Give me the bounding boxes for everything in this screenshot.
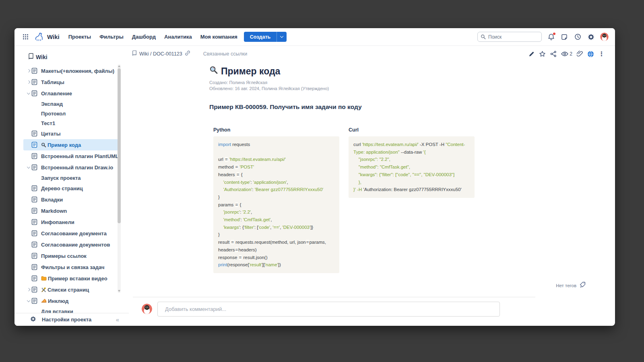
sidebar-item-8[interactable]: Пример кода	[23, 139, 118, 150]
code-token: '{	[423, 150, 425, 154]
sidebar-item-20[interactable]: Пример вставки видео	[23, 273, 118, 284]
star-icon[interactable]	[539, 51, 546, 57]
chevron-down-icon[interactable]	[26, 90, 31, 96]
document-icon	[31, 253, 37, 259]
sidebar-item-5[interactable]: Протокол	[23, 109, 118, 118]
chevron-right-icon[interactable]	[26, 68, 31, 74]
desktop-background: Wiki ПроектыФильтрыДашбордАналитикаМоя к…	[0, 0, 644, 362]
code-line: },	[353, 179, 470, 186]
sidebar-item-13[interactable]: Вкладки	[23, 194, 118, 205]
sidebar-item-15[interactable]: Инфопанели	[23, 216, 118, 228]
globe-icon[interactable]	[587, 51, 594, 58]
chevron-right-icon[interactable]	[26, 287, 31, 292]
chevron-down-icon[interactable]	[26, 298, 31, 304]
sidebar-item-23[interactable]: Для вставки	[23, 306, 118, 313]
apps-grid-icon[interactable]	[21, 33, 30, 41]
code-line: }	[218, 231, 334, 239]
sidebar-item-11[interactable]: Запуск проекта	[23, 173, 118, 183]
document-icon	[31, 142, 37, 148]
more-vertical-icon[interactable]: ⋮	[599, 50, 605, 58]
sidebar-item-17[interactable]: Согласование документов	[23, 239, 118, 250]
sidebar-item-label: Инклюд	[48, 298, 68, 304]
sidebar-scrollbar[interactable]	[118, 64, 121, 293]
search-input[interactable]	[477, 32, 542, 42]
add-tag-icon[interactable]	[580, 282, 586, 289]
sidebar-item-7[interactable]: Цитаты	[23, 128, 118, 139]
chevron-right-icon[interactable]	[26, 79, 31, 85]
code-token: params,	[309, 240, 326, 245]
attachment-paperclip-icon[interactable]	[577, 51, 583, 57]
project-settings-button[interactable]: Настройки проекта	[42, 317, 91, 323]
note-icon[interactable]	[560, 33, 568, 41]
chevron-down-icon[interactable]	[26, 165, 31, 170]
code-token: "Content-	[446, 142, 465, 147]
code-block-python: Pythonimport requests url = 'https://tes…	[213, 127, 339, 273]
sidebar-item-1[interactable]: Макеты(+вложения, файлы)	[23, 65, 118, 76]
sidebar-item-3[interactable]: Оглавление	[23, 88, 118, 99]
notifications-bell-icon[interactable]	[547, 33, 555, 41]
document-icon	[31, 275, 37, 282]
share-icon[interactable]	[550, 51, 557, 57]
document-icon	[31, 298, 37, 304]
code-language-label: Python	[213, 127, 339, 133]
breadcrumb-path[interactable]: Wiki / DOC-001123	[139, 51, 182, 57]
history-icon[interactable]	[574, 33, 582, 41]
code-token: 'kwargs'	[223, 225, 240, 230]
sidebar-item-18[interactable]: Примеры ссылок	[23, 250, 118, 261]
code-panel-curl[interactable]: curl 'https://test.evateam.ru/api/' -X P…	[349, 136, 475, 198]
sidebar-item-6[interactable]: Тест1	[23, 118, 118, 128]
code-line: 'content-type': 'application/json',	[218, 179, 334, 186]
code-token: {	[238, 202, 241, 207]
code-token: 'method'	[223, 217, 241, 222]
related-links-tab[interactable]: Связанные ссылки	[203, 51, 247, 57]
sidebar-item-label: Для вставки	[41, 309, 73, 313]
sidebar-item-label: Запуск проекта	[41, 175, 81, 181]
code-token: method	[218, 165, 235, 169]
sidebar-item-label: Таблицы	[41, 79, 64, 85]
settings-gear-icon[interactable]	[587, 33, 595, 41]
user-avatar[interactable]	[600, 33, 609, 41]
sidebar-item-19[interactable]: Фильтры и связка задач	[23, 261, 118, 273]
sidebar-item-2[interactable]: Таблицы	[23, 76, 118, 88]
sidebar-item-16[interactable]: Согласование документа	[23, 228, 118, 239]
document-icon	[31, 68, 37, 74]
content-divider	[133, 297, 535, 297]
sidebar-collapse-icon[interactable]: «	[116, 317, 119, 323]
copy-link-icon[interactable]	[185, 50, 190, 58]
section-heading: Пример КВ-000059. Получить имя задачи по…	[209, 103, 535, 111]
code-row: Pythonimport requests url = 'https://tes…	[209, 127, 535, 273]
page-meta: Создано: Полина Яглейская Обновлено: 16 …	[209, 80, 535, 91]
scrollbar-thumb[interactable]	[118, 68, 121, 223]
add-comment-input[interactable]	[157, 302, 500, 317]
sidebar-item-22[interactable]: Инклюд	[23, 295, 118, 306]
scrollbar-down-arrow[interactable]	[118, 290, 120, 292]
edit-pencil-icon[interactable]	[528, 51, 535, 57]
updated-line: Обновлено: 16 авг. 2024, Полина Яглейска…	[209, 86, 535, 92]
sidebar-item-10[interactable]: Встроенный плагин Draw.io	[23, 162, 118, 173]
comment-row	[142, 302, 615, 317]
nav-item-5[interactable]: Моя компания	[200, 34, 237, 40]
code-token: '=='	[272, 225, 280, 230]
breadcrumb[interactable]: Wiki / DOC-001123	[132, 50, 190, 58]
breadcrumb-row: Wiki / DOC-001123 Связанные ссылки	[129, 46, 615, 62]
views-eye-icon[interactable]: 2	[561, 51, 572, 57]
sidebar-item-12[interactable]: Дерево страниц	[23, 183, 118, 194]
sidebar-item-14[interactable]: Markdown	[23, 205, 118, 216]
nav-item-1[interactable]: Проекты	[68, 34, 91, 40]
sidebar-item-label: Вкладки	[41, 197, 63, 203]
code-token: : [	[254, 225, 258, 230]
nav-item-2[interactable]: Фильтры	[99, 34, 124, 40]
nav-item-4[interactable]: Аналитика	[164, 34, 192, 40]
create-button[interactable]: Создать	[244, 32, 277, 42]
sidebar-item-4[interactable]: Экспанд	[23, 99, 118, 109]
document-icon	[31, 196, 37, 203]
code-token	[353, 165, 359, 169]
create-dropdown-button[interactable]	[277, 32, 287, 42]
code-token: headers)	[238, 247, 256, 252]
code-token	[218, 210, 223, 214]
nav-item-3[interactable]: Дашборд	[132, 34, 156, 40]
sidebar-item-21[interactable]: Списки страниц	[23, 284, 118, 295]
code-panel-python[interactable]: import requests url = 'https://test.evat…	[213, 136, 339, 273]
scrollbar-up-arrow[interactable]	[118, 65, 120, 67]
sidebar-item-9[interactable]: Встроенный плагин PlantUML	[23, 150, 118, 162]
